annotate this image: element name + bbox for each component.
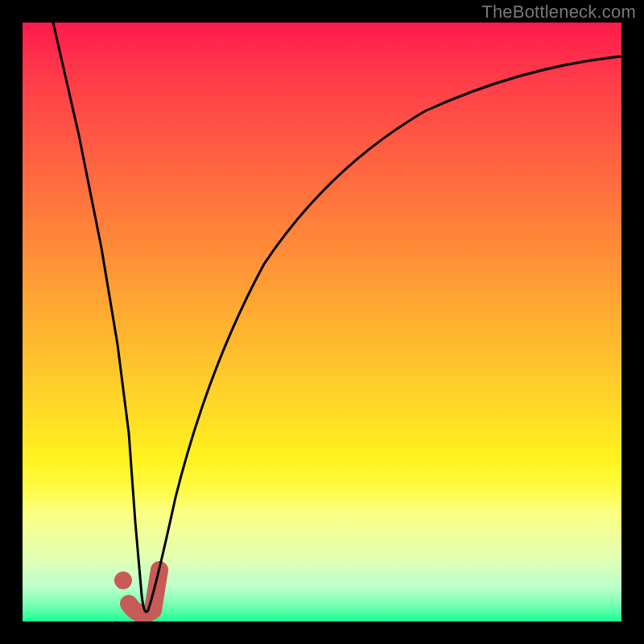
watermark-text: TheBottleneck.com xyxy=(481,2,636,23)
chart-stage: TheBottleneck.com xyxy=(0,0,644,644)
plot-area xyxy=(23,23,621,621)
curve-layer xyxy=(23,23,621,621)
bottleneck-curve xyxy=(53,23,621,612)
marker-dot-icon xyxy=(114,572,132,589)
